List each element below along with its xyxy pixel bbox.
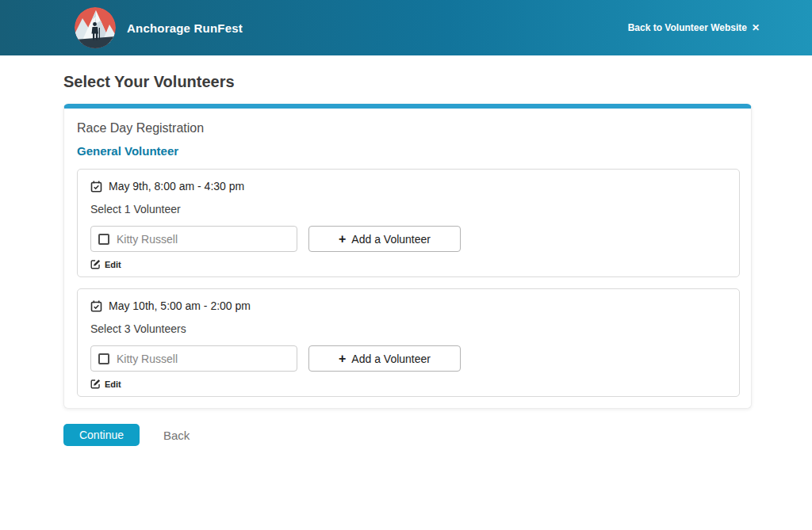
add-volunteer-label: Add a Volunteer [351,233,431,246]
back-to-volunteer-website-link[interactable]: Back to Volunteer Website ✕ [628,22,760,33]
calendar-check-icon [90,181,102,193]
add-volunteer-label: Add a Volunteer [351,353,431,365]
shift-instruction: Select 1 Volunteer [90,203,726,215]
volunteer-checkbox[interactable] [98,234,109,245]
app-header: Anchorage RunFest Back to Volunteer Webs… [0,0,812,55]
shift-date-row: May 10th, 5:00 am - 2:00 pm [90,299,726,312]
volunteer-name: Kitty Russell [117,233,178,246]
shift-datetime: May 10th, 5:00 am - 2:00 pm [109,299,251,312]
calendar-check-icon [90,300,102,312]
volunteer-name: Kitty Russell [117,353,178,365]
edit-pencil-icon [90,259,101,269]
main-content: Select Your Volunteers Race Day Registra… [63,73,752,446]
plus-icon: + [339,233,346,246]
page-title: Select Your Volunteers [63,73,752,91]
add-volunteer-button[interactable]: + Add a Volunteer [308,226,461,252]
app-title: Anchorage RunFest [127,21,243,35]
shift-box-may-10: May 10th, 5:00 am - 2:00 pm Select 3 Vol… [77,288,740,397]
mountain-hiker-logo-icon [75,7,116,48]
edit-link[interactable]: Edit [90,259,121,269]
edit-pencil-icon [90,379,101,389]
plus-icon: + [339,353,346,365]
edit-label: Edit [105,379,121,389]
volunteer-row: Kitty Russell + Add a Volunteer [90,345,726,372]
back-button[interactable]: Back [163,429,190,442]
volunteer-row: Kitty Russell + Add a Volunteer [90,226,726,252]
edit-link[interactable]: Edit [90,379,121,389]
shift-datetime: May 9th, 8:00 am - 4:30 pm [109,180,244,193]
close-icon[interactable]: ✕ [752,22,760,33]
shift-instruction: Select 3 Volunteers [90,322,726,335]
add-volunteer-button[interactable]: + Add a Volunteer [308,345,461,372]
volunteer-checkbox[interactable] [98,353,109,364]
shift-date-row: May 9th, 8:00 am - 4:30 pm [90,180,726,193]
card-title: Race Day Registration [77,121,740,135]
edit-label: Edit [105,260,121,269]
footer-actions: Continue Back [63,424,752,446]
volunteer-option-kitty-russell[interactable]: Kitty Russell [90,345,297,372]
back-link-label: Back to Volunteer Website [628,22,747,33]
card-subtitle-general-volunteer: General Volunteer [77,144,740,158]
runfest-logo [75,7,116,48]
volunteer-option-kitty-russell[interactable]: Kitty Russell [90,226,297,252]
continue-button[interactable]: Continue [63,424,140,446]
shift-box-may-9: May 9th, 8:00 am - 4:30 pm Select 1 Volu… [77,169,740,277]
registration-card: Race Day Registration General Volunteer … [63,104,752,409]
